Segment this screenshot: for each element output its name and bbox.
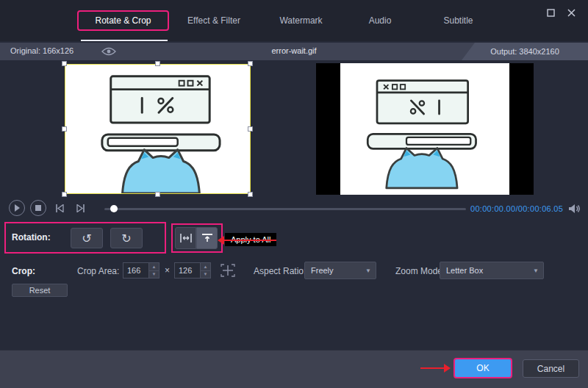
crop-handle[interactable] (248, 192, 253, 197)
flip-vertical-button[interactable] (196, 227, 218, 249)
aspect-ratio-label: Aspect Ratio: (254, 266, 306, 276)
crop-handle[interactable] (248, 126, 253, 132)
apply-to-all-button[interactable]: Apply to All (225, 233, 276, 246)
info-bar: Original: 166x126 error-wait.gif Output:… (0, 43, 588, 60)
previous-frame-button[interactable] (51, 200, 68, 216)
crop-width-input[interactable] (123, 263, 148, 278)
cancel-button[interactable]: Cancel (523, 359, 579, 378)
rotation-label: Rotation: (12, 232, 51, 242)
crop-label: Crop: (12, 266, 35, 276)
crop-handle[interactable] (248, 61, 253, 66)
rotate-right-button[interactable]: ↻ (110, 228, 143, 248)
crop-handle[interactable] (62, 126, 67, 132)
flip-vertical-icon (201, 233, 213, 243)
rotate-right-icon: ↻ (121, 231, 131, 245)
tab-label: Rotate & Crop (95, 15, 151, 26)
aspect-ratio-select[interactable]: Freely ▼ (304, 262, 376, 279)
tab-label: Effect & Filter (187, 15, 240, 26)
stop-button[interactable] (30, 200, 46, 216)
annotation-arrow-head (218, 236, 224, 245)
cartoon-artwork-flipped (340, 63, 509, 195)
rotate-left-icon: ↺ (82, 231, 91, 245)
stepper-up-icon[interactable]: ▲ (148, 263, 159, 271)
aspect-ratio-value: Freely (305, 266, 361, 275)
tab-rotate-crop[interactable]: Rotate & Crop (77, 10, 169, 31)
play-icon (14, 204, 20, 212)
cartoon-artwork (65, 65, 250, 193)
crop-handle[interactable] (62, 192, 67, 197)
center-crop-button[interactable] (218, 262, 238, 279)
timeline-slider[interactable] (104, 208, 466, 210)
play-button[interactable] (9, 200, 25, 216)
rotate-left-button[interactable]: ↺ (71, 228, 103, 248)
tab-bar: Rotate & Crop Effect & Filter Watermark … (0, 0, 588, 41)
next-frame-icon (76, 204, 85, 212)
reset-button[interactable]: Reset (12, 284, 68, 297)
active-tab-underline (81, 40, 168, 41)
crop-width-field: ▲ ▼ (123, 262, 159, 279)
tab-audio[interactable]: Audio (343, 10, 417, 31)
output-size-label: Output: 3840x2160 (462, 43, 588, 60)
stepper-down-icon[interactable]: ▼ (148, 271, 159, 279)
ok-button[interactable]: OK (453, 358, 512, 378)
center-position-icon (220, 264, 235, 277)
chevron-down-icon: ▼ (361, 262, 376, 279)
volume-icon (568, 204, 581, 214)
close-icon (567, 9, 576, 17)
tab-effect-filter[interactable]: Effect & Filter (169, 10, 259, 31)
flip-horizontal-button[interactable] (175, 227, 196, 249)
stepper-down-icon[interactable]: ▼ (200, 271, 210, 279)
chevron-down-icon: ▼ (528, 262, 543, 279)
tab-label: Subtitle (443, 15, 473, 26)
crop-width-steppers: ▲ ▼ (148, 263, 159, 278)
tab-subtitle[interactable]: Subtitle (417, 10, 500, 31)
multiply-sign: × (165, 265, 170, 276)
maximize-button[interactable] (544, 7, 557, 18)
crop-height-field: ▲ ▼ (174, 262, 211, 279)
output-preview (316, 63, 534, 195)
rotate-crop-dialog: Rotate & Crop Effect & Filter Watermark … (0, 0, 588, 388)
tab-label: Watermark (279, 15, 322, 26)
close-button[interactable] (564, 7, 578, 18)
time-display: 00:00:00.00/00:00:06.05 (470, 204, 563, 213)
zoom-mode-select[interactable]: Letter Box ▼ (440, 262, 544, 279)
previous-frame-icon (55, 204, 64, 212)
crop-handle[interactable] (155, 192, 160, 197)
output-image (340, 63, 509, 195)
flip-horizontal-icon (180, 233, 192, 243)
original-preview[interactable] (65, 64, 251, 194)
tab-watermark[interactable]: Watermark (259, 10, 343, 31)
stop-icon (35, 205, 41, 211)
next-frame-button[interactable] (73, 200, 89, 216)
tab-strip: Rotate & Crop Effect & Filter Watermark … (77, 10, 500, 32)
crop-handle[interactable] (62, 61, 67, 66)
zoom-mode-value: Letter Box (440, 266, 528, 275)
zoom-mode-label: Zoom Mode: (395, 266, 445, 276)
timeline-thumb[interactable] (110, 205, 118, 212)
maximize-icon (547, 9, 555, 17)
crop-handle[interactable] (155, 61, 160, 66)
crop-area-label: Crop Area: (77, 266, 119, 276)
tab-label: Audio (369, 15, 392, 26)
crop-height-input[interactable] (175, 263, 200, 278)
stepper-up-icon[interactable]: ▲ (200, 263, 210, 271)
playback-controls (9, 200, 89, 216)
volume-button[interactable] (567, 202, 583, 215)
crop-height-steppers: ▲ ▼ (200, 263, 210, 278)
